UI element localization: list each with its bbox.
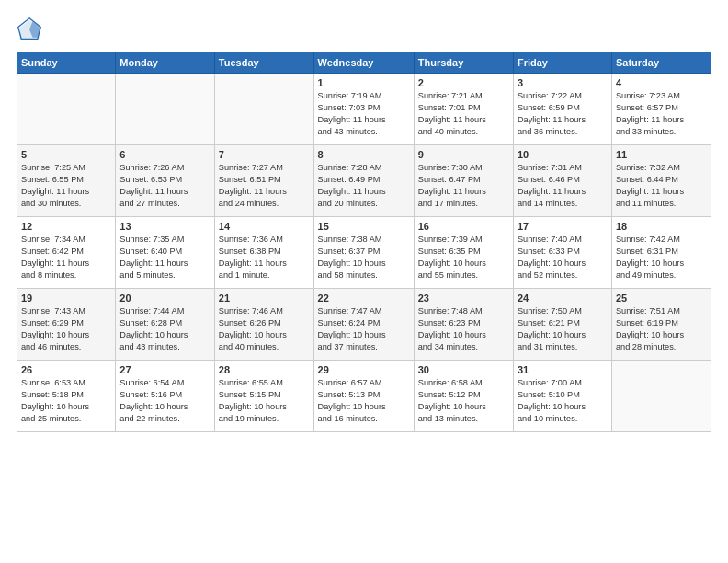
calendar-day-cell: 4Sunrise: 7:23 AM Sunset: 6:57 PM Daylig… xyxy=(611,74,711,145)
calendar-day-cell: 14Sunrise: 7:36 AM Sunset: 6:38 PM Dayli… xyxy=(214,217,313,289)
page: SundayMondayTuesdayWednesdayThursdayFrid… xyxy=(0,0,728,563)
day-info: Sunrise: 7:26 AM Sunset: 6:53 PM Dayligh… xyxy=(119,162,210,210)
calendar-day-cell: 10Sunrise: 7:31 AM Sunset: 6:46 PM Dayli… xyxy=(513,145,611,217)
day-info: Sunrise: 7:46 AM Sunset: 6:26 PM Dayligh… xyxy=(219,305,310,353)
calendar-day-cell: 23Sunrise: 7:48 AM Sunset: 6:23 PM Dayli… xyxy=(414,289,513,361)
calendar-day-cell: 15Sunrise: 7:38 AM Sunset: 6:37 PM Dayli… xyxy=(313,217,414,289)
day-number: 3 xyxy=(518,77,608,88)
calendar-week-row: 12Sunrise: 7:34 AM Sunset: 6:42 PM Dayli… xyxy=(17,217,711,289)
calendar-day-cell: 27Sunrise: 6:54 AM Sunset: 5:16 PM Dayli… xyxy=(116,361,215,432)
calendar-day-cell: 30Sunrise: 6:58 AM Sunset: 5:12 PM Dayli… xyxy=(414,361,513,432)
logo-icon xyxy=(17,17,42,42)
calendar-day-cell: 24Sunrise: 7:50 AM Sunset: 6:21 PM Dayli… xyxy=(513,289,611,361)
calendar-day-cell xyxy=(116,74,215,145)
day-info: Sunrise: 6:54 AM Sunset: 5:16 PM Dayligh… xyxy=(119,377,210,425)
day-number: 15 xyxy=(318,221,410,232)
calendar-day-cell: 18Sunrise: 7:42 AM Sunset: 6:31 PM Dayli… xyxy=(611,217,711,289)
day-info: Sunrise: 6:53 AM Sunset: 5:18 PM Dayligh… xyxy=(21,377,111,425)
weekday-header-row: SundayMondayTuesdayWednesdayThursdayFrid… xyxy=(17,52,711,74)
day-info: Sunrise: 7:42 AM Sunset: 6:31 PM Dayligh… xyxy=(616,234,707,282)
calendar-day-cell: 28Sunrise: 6:55 AM Sunset: 5:15 PM Dayli… xyxy=(214,361,313,432)
day-number: 21 xyxy=(219,293,310,304)
calendar-day-cell: 11Sunrise: 7:32 AM Sunset: 6:44 PM Dayli… xyxy=(611,145,711,217)
weekday-header-tuesday: Tuesday xyxy=(214,52,313,74)
calendar-day-cell: 2Sunrise: 7:21 AM Sunset: 7:01 PM Daylig… xyxy=(414,74,513,145)
logo xyxy=(17,17,46,42)
calendar-day-cell xyxy=(611,361,711,432)
day-number: 9 xyxy=(418,149,509,160)
calendar-week-row: 26Sunrise: 6:53 AM Sunset: 5:18 PM Dayli… xyxy=(17,361,711,432)
day-info: Sunrise: 7:32 AM Sunset: 6:44 PM Dayligh… xyxy=(616,162,707,210)
day-info: Sunrise: 7:19 AM Sunset: 7:03 PM Dayligh… xyxy=(318,90,410,138)
day-info: Sunrise: 7:00 AM Sunset: 5:10 PM Dayligh… xyxy=(518,377,608,425)
day-info: Sunrise: 7:39 AM Sunset: 6:35 PM Dayligh… xyxy=(418,234,509,282)
day-number: 31 xyxy=(518,364,608,375)
day-number: 4 xyxy=(616,77,707,88)
weekday-header-sunday: Sunday xyxy=(17,52,116,74)
day-info: Sunrise: 7:21 AM Sunset: 7:01 PM Dayligh… xyxy=(418,90,509,138)
day-info: Sunrise: 7:38 AM Sunset: 6:37 PM Dayligh… xyxy=(318,234,410,282)
day-number: 8 xyxy=(318,149,410,160)
day-info: Sunrise: 7:40 AM Sunset: 6:33 PM Dayligh… xyxy=(518,234,608,282)
calendar-day-cell: 21Sunrise: 7:46 AM Sunset: 6:26 PM Dayli… xyxy=(214,289,313,361)
weekday-header-thursday: Thursday xyxy=(414,52,513,74)
header xyxy=(17,17,711,42)
calendar-day-cell: 9Sunrise: 7:30 AM Sunset: 6:47 PM Daylig… xyxy=(414,145,513,217)
day-info: Sunrise: 7:50 AM Sunset: 6:21 PM Dayligh… xyxy=(518,305,608,353)
calendar-day-cell: 26Sunrise: 6:53 AM Sunset: 5:18 PM Dayli… xyxy=(17,361,116,432)
calendar-day-cell: 22Sunrise: 7:47 AM Sunset: 6:24 PM Dayli… xyxy=(313,289,414,361)
day-number: 30 xyxy=(418,364,509,375)
calendar-day-cell xyxy=(214,74,313,145)
day-number: 22 xyxy=(318,293,410,304)
day-info: Sunrise: 7:28 AM Sunset: 6:49 PM Dayligh… xyxy=(318,162,410,210)
calendar-day-cell: 13Sunrise: 7:35 AM Sunset: 6:40 PM Dayli… xyxy=(116,217,215,289)
day-info: Sunrise: 7:36 AM Sunset: 6:38 PM Dayligh… xyxy=(219,234,310,282)
calendar-day-cell: 20Sunrise: 7:44 AM Sunset: 6:28 PM Dayli… xyxy=(116,289,215,361)
day-info: Sunrise: 7:48 AM Sunset: 6:23 PM Dayligh… xyxy=(418,305,509,353)
calendar-week-row: 19Sunrise: 7:43 AM Sunset: 6:29 PM Dayli… xyxy=(17,289,711,361)
day-number: 6 xyxy=(119,149,210,160)
day-number: 12 xyxy=(21,221,111,232)
calendar-day-cell: 17Sunrise: 7:40 AM Sunset: 6:33 PM Dayli… xyxy=(513,217,611,289)
day-info: Sunrise: 7:22 AM Sunset: 6:59 PM Dayligh… xyxy=(518,90,608,138)
day-number: 17 xyxy=(518,221,608,232)
calendar-week-row: 5Sunrise: 7:25 AM Sunset: 6:55 PM Daylig… xyxy=(17,145,711,217)
day-number: 28 xyxy=(219,364,310,375)
day-info: Sunrise: 7:30 AM Sunset: 6:47 PM Dayligh… xyxy=(418,162,509,210)
day-number: 10 xyxy=(518,149,608,160)
day-info: Sunrise: 7:34 AM Sunset: 6:42 PM Dayligh… xyxy=(21,234,111,282)
day-number: 1 xyxy=(318,77,410,88)
day-number: 29 xyxy=(318,364,410,375)
calendar-day-cell: 7Sunrise: 7:27 AM Sunset: 6:51 PM Daylig… xyxy=(214,145,313,217)
calendar-day-cell: 6Sunrise: 7:26 AM Sunset: 6:53 PM Daylig… xyxy=(116,145,215,217)
weekday-header-monday: Monday xyxy=(116,52,215,74)
day-number: 14 xyxy=(219,221,310,232)
calendar-day-cell: 31Sunrise: 7:00 AM Sunset: 5:10 PM Dayli… xyxy=(513,361,611,432)
day-number: 26 xyxy=(21,364,111,375)
day-info: Sunrise: 7:44 AM Sunset: 6:28 PM Dayligh… xyxy=(119,305,210,353)
day-number: 23 xyxy=(418,293,509,304)
calendar-table: SundayMondayTuesdayWednesdayThursdayFrid… xyxy=(17,52,711,432)
calendar-day-cell: 12Sunrise: 7:34 AM Sunset: 6:42 PM Dayli… xyxy=(17,217,116,289)
day-number: 25 xyxy=(616,293,707,304)
day-info: Sunrise: 7:23 AM Sunset: 6:57 PM Dayligh… xyxy=(616,90,707,138)
calendar-day-cell: 8Sunrise: 7:28 AM Sunset: 6:49 PM Daylig… xyxy=(313,145,414,217)
day-info: Sunrise: 6:58 AM Sunset: 5:12 PM Dayligh… xyxy=(418,377,509,425)
day-info: Sunrise: 7:51 AM Sunset: 6:19 PM Dayligh… xyxy=(616,305,707,353)
calendar-day-cell: 29Sunrise: 6:57 AM Sunset: 5:13 PM Dayli… xyxy=(313,361,414,432)
day-info: Sunrise: 7:31 AM Sunset: 6:46 PM Dayligh… xyxy=(518,162,608,210)
weekday-header-friday: Friday xyxy=(513,52,611,74)
day-number: 24 xyxy=(518,293,608,304)
day-info: Sunrise: 7:47 AM Sunset: 6:24 PM Dayligh… xyxy=(318,305,410,353)
calendar-day-cell xyxy=(17,74,116,145)
calendar-day-cell: 19Sunrise: 7:43 AM Sunset: 6:29 PM Dayli… xyxy=(17,289,116,361)
calendar-day-cell: 5Sunrise: 7:25 AM Sunset: 6:55 PM Daylig… xyxy=(17,145,116,217)
day-number: 20 xyxy=(119,293,210,304)
day-number: 27 xyxy=(119,364,210,375)
calendar-day-cell: 25Sunrise: 7:51 AM Sunset: 6:19 PM Dayli… xyxy=(611,289,711,361)
day-number: 5 xyxy=(21,149,111,160)
weekday-header-wednesday: Wednesday xyxy=(313,52,414,74)
calendar-day-cell: 1Sunrise: 7:19 AM Sunset: 7:03 PM Daylig… xyxy=(313,74,414,145)
day-number: 2 xyxy=(418,77,509,88)
day-number: 7 xyxy=(219,149,310,160)
